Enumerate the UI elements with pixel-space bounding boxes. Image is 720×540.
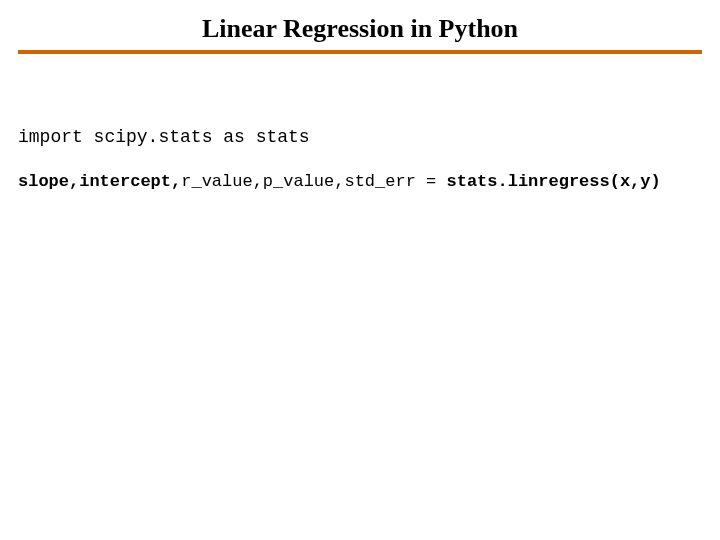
code-equals: = xyxy=(416,172,447,191)
page-title: Linear Regression in Python xyxy=(0,14,720,44)
code-plain-vars: r_value,p_value,std_err xyxy=(181,172,416,191)
title-wrap: Linear Regression in Python xyxy=(0,0,720,50)
code-bold-vars: slope,intercept, xyxy=(18,172,181,191)
code-bold-call: stats.linregress(x,y) xyxy=(446,172,660,191)
slide: Linear Regression in Python import scipy… xyxy=(0,0,720,540)
code-linregress-line: slope,intercept,r_value,p_value,std_err … xyxy=(18,171,702,193)
code-import-line: import scipy.stats as stats xyxy=(18,126,702,149)
content-area: import scipy.stats as stats slope,interc… xyxy=(0,54,720,193)
